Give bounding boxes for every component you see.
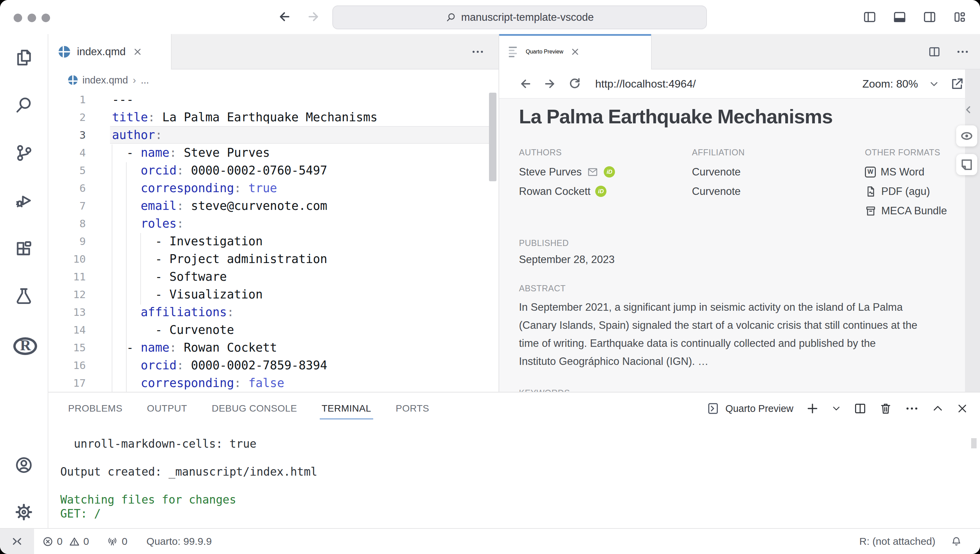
new-terminal-icon[interactable] bbox=[806, 402, 819, 415]
minimize-window-button[interactable] bbox=[28, 14, 36, 22]
panel-tab-problems[interactable]: PROBLEMS bbox=[67, 397, 124, 420]
sidebar-item-search[interactable] bbox=[0, 86, 48, 124]
panel-tab-ports[interactable]: PORTS bbox=[394, 397, 430, 420]
editor-scrollbar[interactable] bbox=[489, 93, 496, 181]
preview-back-icon[interactable] bbox=[518, 77, 533, 91]
panel-tab-terminal[interactable]: TERMINAL bbox=[320, 397, 373, 420]
reload-icon[interactable] bbox=[567, 77, 582, 91]
line-number: 1 bbox=[48, 93, 86, 105]
maximize-panel-chevron-up-icon[interactable] bbox=[932, 402, 944, 415]
close-panel-icon[interactable] bbox=[956, 402, 969, 415]
panel-scrollbar[interactable] bbox=[971, 438, 977, 449]
panel-more-actions-icon[interactable] bbox=[904, 401, 920, 416]
r-status[interactable]: R: (not attached) bbox=[859, 536, 935, 547]
code-line: 3author: bbox=[48, 126, 498, 144]
sidebar-item-settings[interactable] bbox=[0, 493, 48, 531]
code-text: - name: Rowan Cockett bbox=[112, 341, 277, 354]
line-number: 15 bbox=[48, 342, 86, 354]
forwarded-ports-status[interactable]: 0 bbox=[107, 536, 127, 547]
terminal-instance[interactable]: Quarto Preview bbox=[706, 401, 794, 416]
remote-icon bbox=[11, 535, 23, 548]
toggle-secondary-sidebar-button[interactable] bbox=[921, 10, 938, 24]
account-icon bbox=[14, 455, 34, 475]
chevron-left-icon bbox=[963, 104, 974, 115]
command-center-search[interactable]: manuscript-template-vscode bbox=[332, 5, 707, 29]
sidebar-item-source-control[interactable] bbox=[0, 134, 48, 172]
sidebar-item-testing[interactable] bbox=[0, 277, 48, 315]
line-number: 5 bbox=[48, 164, 86, 177]
kill-terminal-trash-icon[interactable] bbox=[879, 402, 892, 415]
code-text: orcid: 0000-0002-7859-8394 bbox=[112, 358, 327, 372]
code-editor[interactable]: 1---2title: La Palma Earthquake Mechanis… bbox=[48, 91, 498, 392]
panel-tab-debug-console[interactable]: DEBUG CONSOLE bbox=[210, 397, 299, 420]
code-text: title: La Palma Earthquake Mechanisms bbox=[112, 110, 378, 124]
tab-quarto-preview[interactable]: Quarto Preview bbox=[499, 34, 652, 70]
preview-tab-icon bbox=[509, 47, 519, 57]
problems-status[interactable]: 0 0 bbox=[42, 536, 89, 547]
preview-forward-icon[interactable] bbox=[543, 77, 557, 91]
code-line: 11 - Software bbox=[48, 268, 498, 286]
remote-indicator[interactable] bbox=[0, 529, 34, 554]
sidebar-item-explorer[interactable] bbox=[0, 39, 48, 76]
extensions-icon bbox=[14, 239, 34, 259]
history-back-button[interactable] bbox=[277, 9, 292, 24]
zoom-chevron-down-icon[interactable] bbox=[928, 78, 940, 89]
split-editor-icon[interactable] bbox=[928, 45, 941, 59]
editor-preview-divider[interactable] bbox=[498, 34, 499, 392]
collapse-panel-button[interactable] bbox=[961, 102, 976, 117]
quarto-file-icon bbox=[59, 46, 70, 57]
breadcrumb-separator: › bbox=[133, 75, 136, 86]
line-number: 16 bbox=[48, 359, 86, 371]
quarto-version-status[interactable]: Quarto: 99.9.9 bbox=[146, 536, 212, 547]
history-forward-button[interactable] bbox=[306, 9, 321, 24]
customize-layout-button[interactable] bbox=[951, 10, 968, 24]
format-link-meca[interactable]: MECA Bundle bbox=[865, 201, 980, 220]
terminal-output[interactable]: unroll-markdown-cells: true Output creat… bbox=[48, 425, 980, 520]
ports-count: 0 bbox=[122, 536, 127, 547]
code-text: - name: Steve Purves bbox=[112, 146, 270, 160]
format-label: MECA Bundle bbox=[881, 205, 947, 217]
toggle-sidebar-icon bbox=[862, 10, 878, 24]
sidebar-item-account[interactable] bbox=[0, 446, 48, 484]
terminal-icon bbox=[706, 401, 720, 416]
notifications-bell-icon[interactable] bbox=[950, 536, 962, 548]
zoom-level-label[interactable]: Zoom: 80% bbox=[862, 78, 918, 90]
warning-count: 0 bbox=[83, 536, 89, 547]
maximize-window-button[interactable] bbox=[41, 14, 50, 22]
tab-label: index.qmd bbox=[77, 46, 126, 58]
toggle-sidebar-button[interactable] bbox=[862, 10, 878, 24]
toggle-panel-button[interactable] bbox=[891, 10, 908, 24]
format-link-pdf[interactable]: PDF (agu) bbox=[865, 182, 980, 201]
open-external-icon[interactable] bbox=[950, 77, 964, 91]
sidebar-item-r[interactable]: R bbox=[0, 326, 48, 363]
abstract-line: (Canary Islands, Spain) signaled the sta… bbox=[519, 316, 980, 334]
beaker-icon bbox=[14, 286, 34, 306]
preview-url-field[interactable]: http://localhost:4964/ bbox=[595, 78, 696, 90]
preview-eye-button[interactable] bbox=[956, 125, 977, 147]
orcid-icon[interactable]: iD bbox=[604, 166, 615, 177]
code-text: author: bbox=[112, 128, 162, 142]
preview-note-button[interactable] bbox=[956, 154, 977, 175]
orcid-icon[interactable]: iD bbox=[595, 186, 606, 197]
vscode-window: manuscript-template-vscode bbox=[0, 0, 980, 554]
tab-index-qmd[interactable]: index.qmd bbox=[48, 34, 172, 70]
code-line: 12 - Visualization bbox=[48, 286, 498, 303]
search-icon bbox=[445, 12, 456, 23]
sidebar-item-run-debug[interactable] bbox=[0, 182, 48, 219]
terminal-dropdown-chevron-icon[interactable] bbox=[832, 404, 841, 413]
close-tab-icon[interactable] bbox=[132, 47, 143, 57]
back-arrow-icon bbox=[277, 9, 292, 24]
code-text: - Curvenote bbox=[112, 323, 234, 337]
sidebar-item-extensions[interactable] bbox=[0, 230, 48, 268]
editor-more-actions-icon[interactable] bbox=[471, 45, 485, 59]
mail-icon[interactable] bbox=[586, 167, 599, 177]
close-tab-icon[interactable] bbox=[570, 47, 580, 57]
bottom-panel: PROBLEMSOUTPUTDEBUG CONSOLETERMINALPORTS… bbox=[48, 392, 980, 528]
preview-more-actions-icon[interactable] bbox=[956, 45, 970, 59]
breadcrumb-file[interactable]: index.qmd bbox=[83, 75, 128, 86]
breadcrumb-more[interactable]: ... bbox=[141, 75, 149, 86]
close-window-button[interactable] bbox=[14, 14, 22, 22]
split-terminal-icon[interactable] bbox=[853, 402, 867, 415]
terminal-instance-label: Quarto Preview bbox=[725, 403, 794, 414]
panel-tab-output[interactable]: OUTPUT bbox=[146, 397, 189, 420]
